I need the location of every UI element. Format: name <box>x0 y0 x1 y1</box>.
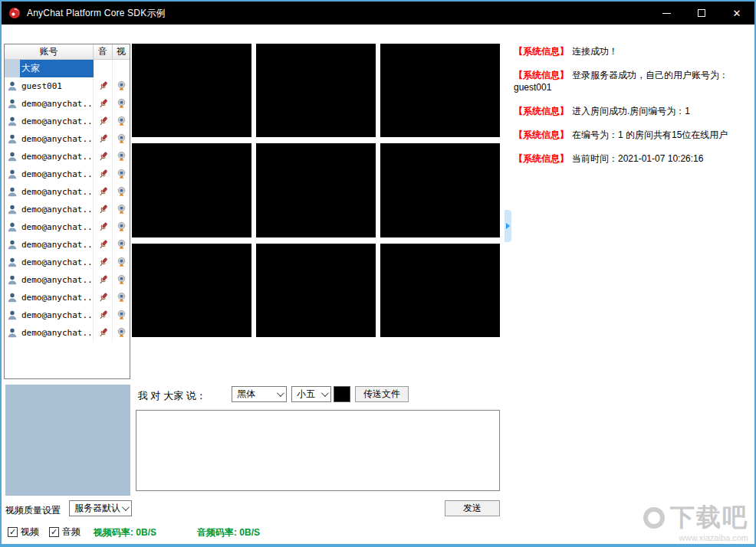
app-window: AnyChat Platform Core SDK示例 ✕ 账号 音 视 <box>0 0 756 547</box>
mic-icon[interactable] <box>97 204 109 215</box>
user-row[interactable]: demo@anychat... <box>5 289 130 306</box>
mic-icon[interactable] <box>97 151 109 162</box>
close-icon: ✕ <box>733 8 741 19</box>
column-header-video[interactable]: 视 <box>113 44 130 59</box>
system-message: 【系统信息】连接成功！ <box>514 45 748 57</box>
camera-icon[interactable] <box>116 292 127 303</box>
audio-checkbox[interactable]: ✓ 音频 <box>49 526 81 539</box>
message-text: 当前时间：2021-01-07 10:26:16 <box>572 153 703 164</box>
mic-icon[interactable] <box>97 257 109 268</box>
user-row[interactable]: 大家 <box>5 60 130 77</box>
user-row[interactable]: demo@anychat... <box>5 218 130 236</box>
user-row[interactable]: demo@anychat... <box>5 165 130 183</box>
font-family-select[interactable]: 黑体 <box>232 386 287 402</box>
close-button[interactable]: ✕ <box>719 2 754 25</box>
send-button[interactable]: 发送 <box>445 500 500 516</box>
user-avatar-icon <box>7 327 18 339</box>
user-list: 账号 音 视 大家 <box>4 44 130 379</box>
user-name: demo@anychat... <box>20 236 94 254</box>
font-family-value: 黑体 <box>237 388 255 401</box>
user-row[interactable]: demo@anychat... <box>5 306 130 324</box>
system-message: 【系统信息】登录服务器成功，自己的用户账号为：guest001 <box>514 69 748 93</box>
camera-icon[interactable] <box>116 80 127 92</box>
user-row[interactable]: demo@anychat... <box>5 201 130 218</box>
chat-target-label: 我 对 大家 说： <box>138 389 206 403</box>
user-row[interactable]: demo@anychat... <box>5 113 130 130</box>
user-row[interactable]: demo@anychat... <box>5 130 130 148</box>
chat-message-input[interactable] <box>136 410 500 491</box>
video-grid <box>132 44 500 337</box>
camera-icon[interactable] <box>116 186 127 198</box>
mic-icon[interactable] <box>97 80 109 92</box>
camera-icon[interactable] <box>116 204 127 215</box>
message-tag: 【系统信息】 <box>514 70 569 80</box>
mic-icon[interactable] <box>97 186 109 198</box>
audio-bitrate: 音频码率: 0B/S <box>197 526 260 539</box>
user-name: demo@anychat... <box>20 306 94 324</box>
camera-icon[interactable] <box>116 169 127 180</box>
user-row[interactable]: guest001 <box>5 77 130 95</box>
camera-icon[interactable] <box>116 239 127 251</box>
window-title: AnyChat Platform Core SDK示例 <box>27 7 166 20</box>
local-video-preview <box>5 385 130 496</box>
mic-icon[interactable] <box>97 133 109 145</box>
video-quality-select[interactable]: 服务器默认 <box>69 500 132 516</box>
video-checkbox[interactable]: ✓ 视频 <box>8 526 39 539</box>
mic-icon[interactable] <box>97 310 109 321</box>
audio-checkbox-label: 音频 <box>62 526 81 539</box>
user-row[interactable]: demo@anychat... <box>5 254 130 271</box>
user-avatar-icon <box>7 221 18 233</box>
user-row[interactable]: demo@anychat... <box>5 183 130 201</box>
message-text: 进入房间成功.房间编号为：1 <box>572 106 690 116</box>
message-tag: 【系统信息】 <box>514 106 569 116</box>
camera-icon[interactable] <box>116 257 127 268</box>
video-bitrate-label: 视频码率: <box>94 527 133 538</box>
maximize-button[interactable] <box>684 2 719 25</box>
user-row[interactable]: demo@anychat... <box>5 324 130 342</box>
mic-icon[interactable] <box>97 327 109 339</box>
camera-icon[interactable] <box>116 274 127 286</box>
mic-icon[interactable] <box>97 221 109 233</box>
mic-icon[interactable] <box>97 116 109 127</box>
font-color-picker[interactable] <box>334 386 350 402</box>
checkbox-checked-icon: ✓ <box>8 527 18 537</box>
video-cell <box>132 143 251 237</box>
user-name: demo@anychat... <box>20 165 94 183</box>
send-file-button[interactable]: 传送文件 <box>355 386 409 402</box>
video-bitrate: 视频码率: 0B/S <box>94 526 156 539</box>
video-quality-label: 视频质量设置 <box>5 504 61 517</box>
mic-icon[interactable] <box>97 274 109 286</box>
user-row[interactable]: demo@anychat... <box>5 271 130 289</box>
column-header-audio[interactable]: 音 <box>94 44 113 59</box>
camera-icon[interactable] <box>116 327 127 339</box>
user-name: demo@anychat... <box>20 324 94 342</box>
chevron-down-icon <box>122 503 130 511</box>
user-list-rows: 大家 <box>5 60 130 342</box>
camera-icon[interactable] <box>116 221 127 233</box>
mic-icon[interactable] <box>97 292 109 303</box>
system-message: 【系统信息】在编号为：1 的房间共有15位在线用户 <box>514 129 748 141</box>
user-avatar-icon <box>7 98 18 110</box>
user-avatar-icon <box>7 169 18 180</box>
chevron-down-icon <box>321 389 329 397</box>
minimize-button[interactable] <box>649 2 684 25</box>
column-header-account[interactable]: 账号 <box>5 44 94 59</box>
panel-expand-handle[interactable] <box>505 210 511 242</box>
mic-icon[interactable] <box>97 239 109 251</box>
user-row[interactable]: demo@anychat... <box>5 148 130 165</box>
user-avatar-icon <box>7 151 18 162</box>
user-avatar-icon <box>7 133 18 145</box>
video-cell <box>132 244 251 337</box>
mic-icon[interactable] <box>97 98 109 110</box>
user-row[interactable]: demo@anychat... <box>5 95 130 113</box>
camera-icon[interactable] <box>116 151 127 162</box>
audio-bitrate-label: 音频码率: <box>197 527 237 538</box>
camera-icon[interactable] <box>116 98 127 110</box>
user-avatar-icon <box>7 292 18 303</box>
user-row[interactable]: demo@anychat... <box>5 236 130 254</box>
font-size-select[interactable]: 小五 <box>291 386 331 402</box>
mic-icon[interactable] <box>97 169 109 180</box>
camera-icon[interactable] <box>116 133 127 145</box>
camera-icon[interactable] <box>116 310 127 321</box>
camera-icon[interactable] <box>116 116 127 127</box>
